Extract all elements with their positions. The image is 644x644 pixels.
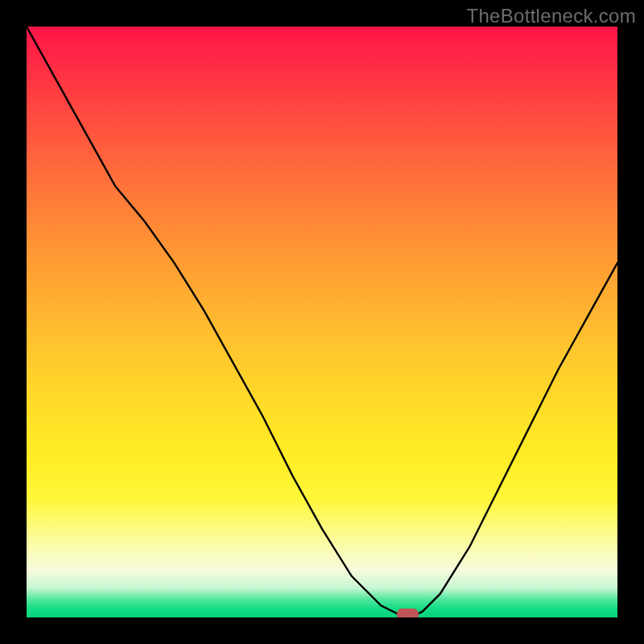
plot-area [27,27,617,617]
watermark-label: TheBottleneck.com [466,5,636,27]
chart-frame: TheBottleneck.com [0,0,644,644]
bottleneck-curve [27,27,617,617]
optimal-marker [397,609,418,617]
plot-svg [27,27,617,617]
